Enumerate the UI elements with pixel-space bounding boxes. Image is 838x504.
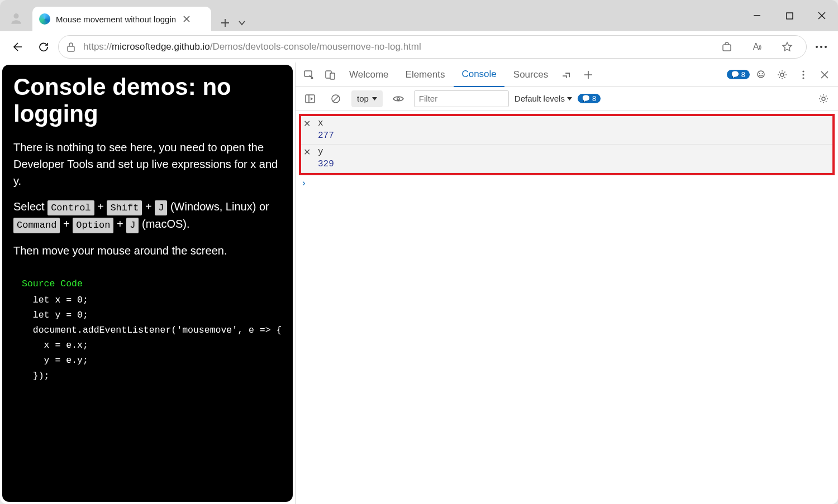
svg-point-11	[759, 73, 760, 74]
clear-console-button[interactable]	[326, 89, 346, 109]
live-expression-button[interactable]	[388, 89, 408, 109]
inspect-element-button[interactable]	[299, 65, 319, 85]
svg-rect-17	[306, 95, 315, 103]
context-selector[interactable]: top	[351, 90, 383, 107]
new-tab-button[interactable]	[220, 18, 230, 28]
close-devtools-button[interactable]	[815, 65, 835, 85]
filter-input[interactable]	[414, 90, 509, 107]
close-icon	[818, 12, 826, 20]
read-aloud-button[interactable]: A))	[746, 36, 768, 58]
instruction-paragraph: Then move your mouse around the screen.	[13, 242, 282, 259]
app-menu-button[interactable]	[809, 35, 834, 59]
gear-icon	[818, 93, 829, 104]
shopping-button[interactable]	[716, 36, 738, 58]
more-tabs-button[interactable]	[557, 65, 577, 85]
intro-paragraph: There is nothing to see here, you need t…	[13, 139, 282, 189]
url-scheme: https://	[83, 41, 112, 52]
svg-point-12	[762, 73, 763, 74]
issues-badge[interactable]: 8	[727, 70, 750, 79]
tab-console[interactable]: Console	[454, 63, 504, 87]
console-settings-button[interactable]	[813, 89, 834, 109]
settings-button[interactable]	[772, 65, 792, 85]
svg-point-13	[780, 73, 784, 76]
key-j: J	[155, 200, 167, 216]
browser-tab[interactable]: Mouse movement without loggin	[32, 7, 211, 31]
person-icon	[9, 11, 23, 26]
sidebar-icon	[305, 94, 315, 103]
inspect-icon	[303, 69, 315, 80]
tab-welcome[interactable]: Welcome	[341, 63, 397, 87]
svg-point-15	[802, 74, 804, 75]
source-label: Source Code	[22, 279, 273, 289]
profile-button[interactable]	[3, 6, 29, 31]
live-expression-value: 277	[318, 131, 829, 141]
caret-down-icon	[567, 97, 572, 100]
live-expression-name: y	[318, 147, 829, 157]
remove-expression-button[interactable]: ✕	[303, 118, 311, 129]
gear-icon	[777, 69, 788, 80]
tab-elements[interactable]: Elements	[398, 63, 453, 87]
shopping-icon	[721, 42, 732, 52]
devtools-menu-button[interactable]	[793, 65, 813, 85]
clear-icon	[331, 94, 341, 104]
close-window-button[interactable]	[806, 4, 838, 27]
key-control: Control	[47, 200, 94, 216]
console-prompt[interactable]: ›	[296, 175, 838, 192]
refresh-button[interactable]	[31, 35, 56, 59]
key-j-mac: J	[126, 218, 139, 233]
device-toolbar-button[interactable]	[320, 65, 340, 85]
lock-icon	[66, 42, 75, 52]
devtools-panel: Welcome Elements Console Sources 8	[295, 63, 838, 504]
svg-point-20	[822, 97, 825, 100]
window-controls	[741, 0, 838, 31]
svg-point-14	[802, 70, 804, 72]
omnibox[interactable]: https://microsoftedge.github.io/Demos/de…	[58, 35, 807, 59]
live-expression-value: 329	[318, 159, 829, 169]
key-command: Command	[13, 218, 60, 233]
star-icon	[782, 41, 793, 52]
svg-rect-9	[330, 73, 335, 79]
feedback-button[interactable]	[751, 65, 771, 85]
browser-titlebar: Mouse movement without loggin	[0, 0, 838, 31]
minimize-icon	[753, 12, 761, 20]
svg-point-10	[758, 71, 764, 78]
close-icon	[820, 70, 829, 79]
messages-badge[interactable]: 8	[578, 94, 601, 103]
double-chevron-icon	[562, 71, 572, 78]
content-area: Console demos: no logging There is nothi…	[0, 63, 838, 504]
tabbar-actions	[211, 18, 251, 31]
remove-expression-button[interactable]: ✕	[303, 147, 311, 157]
svg-point-4	[816, 46, 818, 48]
svg-point-0	[13, 13, 18, 18]
url-text: https://microsoftedge.github.io/Demos/de…	[83, 41, 708, 52]
favorite-button[interactable]	[776, 36, 798, 58]
minimize-button[interactable]	[741, 4, 773, 27]
new-panel-button[interactable]	[578, 65, 598, 85]
source-code-box: Source Code let x = 0; let y = 0; docume…	[13, 268, 282, 394]
console-toolbar: top Default levels 8	[296, 87, 838, 111]
svg-point-5	[820, 46, 822, 48]
live-expression-row[interactable]: ✕ y 329	[301, 145, 832, 173]
refresh-icon	[38, 41, 49, 52]
more-vertical-icon	[802, 70, 805, 80]
caret-down-icon	[372, 97, 377, 100]
live-expressions-highlight: ✕ x 277 ✕ y 329	[299, 114, 835, 175]
live-expression-row[interactable]: ✕ x 277	[301, 116, 832, 145]
close-tab-button[interactable]	[182, 14, 192, 24]
chevron-down-icon	[238, 19, 246, 27]
back-button[interactable]	[4, 35, 29, 59]
device-icon	[325, 69, 336, 80]
devtools-tabbar: Welcome Elements Console Sources 8	[296, 63, 838, 87]
url-path: /Demos/devtools-console/mousemove-no-log…	[210, 41, 421, 52]
eye-icon	[393, 95, 404, 103]
tab-actions-button[interactable]	[238, 19, 246, 27]
page-heading: Console demos: no logging	[13, 74, 282, 128]
demo-page: Console demos: no logging There is nothi…	[2, 65, 293, 502]
maximize-button[interactable]	[773, 4, 806, 27]
edge-icon	[39, 13, 50, 25]
address-bar: https://microsoftedge.github.io/Demos/de…	[0, 31, 838, 63]
toggle-sidebar-button[interactable]	[300, 89, 320, 109]
log-levels-selector[interactable]: Default levels	[515, 94, 572, 103]
svg-rect-2	[68, 46, 74, 51]
tab-sources[interactable]: Sources	[506, 63, 556, 87]
